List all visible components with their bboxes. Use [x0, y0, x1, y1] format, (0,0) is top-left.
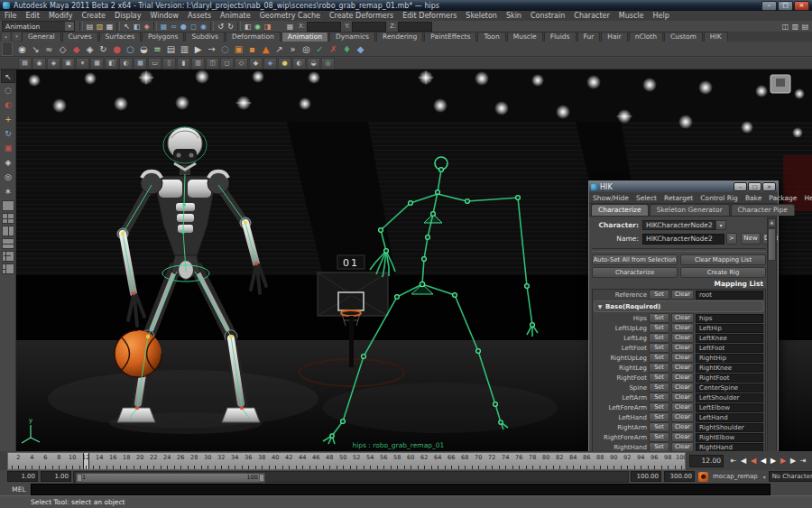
character-set-icon[interactable]: ● [698, 472, 708, 482]
resolution-gate-icon[interactable]: ▯ [162, 58, 176, 69]
select-component-icon[interactable]: ◈ [142, 22, 152, 32]
ghost-icon[interactable]: ◌ [218, 42, 232, 56]
shelf-tab-custom[interactable]: Custom [664, 32, 703, 42]
menu-set-selector[interactable]: Animation ▾ [2, 21, 75, 32]
menu-window[interactable]: Window [146, 11, 184, 21]
render-settings-icon[interactable]: ◨ [263, 22, 272, 32]
range-slider-track[interactable]: 1 100 [73, 471, 629, 483]
menu-character[interactable]: Character [569, 11, 614, 21]
create-clip-icon[interactable]: ▣ [232, 42, 245, 56]
safe-action-icon[interactable]: ◫ [206, 58, 219, 69]
hik-skeleton-icon[interactable]: ♦ [340, 42, 354, 56]
hik-control-rig-icon[interactable]: ◆ [354, 42, 367, 56]
shelf-tab-hair[interactable]: Hair [601, 32, 627, 42]
enable-ik-icon[interactable]: ✓ [313, 42, 327, 56]
name-expand-button[interactable]: > [726, 233, 737, 245]
playback-end-field[interactable]: 100.00 [631, 471, 661, 482]
set-key-icon[interactable]: ● [110, 42, 124, 56]
shelf-options-widget[interactable] [2, 42, 13, 56]
title-bar[interactable]: Autodesk Maya 2011 Beta 2 x64 - Trial Ve… [0, 0, 812, 11]
close-button[interactable]: × [794, 1, 809, 11]
show-attribute-editor-icon[interactable]: ◫ [780, 22, 790, 32]
mapping-leftarm-set-button[interactable]: Set [649, 393, 669, 402]
hik-menu-package[interactable]: Package [765, 194, 800, 202]
clear-mapping-list-button[interactable]: Clear Mapping List [680, 254, 766, 265]
shelf-tab-cycle-icon[interactable]: ▴ [2, 32, 10, 41]
mapping-leftfoot-value-field[interactable]: LeftFoot [696, 344, 763, 353]
menu-geometry-cache[interactable]: Geometry Cache [255, 11, 325, 21]
create-pose-icon[interactable]: ▪ [245, 42, 259, 56]
xray-icon[interactable]: ◒ [307, 58, 320, 69]
vscroll-thumb[interactable] [768, 228, 776, 261]
mapping-spine-value-field[interactable]: CenterSpine [696, 383, 763, 393]
ik-spline-tool-icon[interactable]: ≈ [42, 42, 56, 56]
current-time-field[interactable]: 12.00 [689, 455, 724, 467]
shelf-tab-fluids[interactable]: Fluids [544, 32, 577, 42]
mapping-rightforearm-clear-button[interactable]: Clear [671, 432, 694, 442]
command-line-mode-label[interactable]: MEL [7, 485, 31, 494]
mapping-rightupleg-clear-button[interactable]: Clear [671, 353, 694, 363]
menu-constrain[interactable]: Constrain [526, 11, 569, 21]
field-chart-icon[interactable]: ▥ [191, 58, 205, 69]
hold-current-keys-icon[interactable]: ◒ [137, 42, 151, 56]
range-end-handle[interactable] [259, 474, 264, 482]
hik-maximize-button[interactable]: □ [748, 182, 761, 191]
show-manipulator-tool[interactable]: ◎ [1, 171, 15, 184]
mapping-rightarm-clear-button[interactable]: Clear [671, 422, 694, 432]
attach-to-motion-path-icon[interactable]: ↗ [272, 42, 286, 56]
mapping-leftleg-value-field[interactable]: LeftKnee [696, 334, 763, 343]
time-ruler[interactable]: 2468101214161820222426283032343638404244… [7, 452, 686, 470]
mapping-righthand-value-field[interactable]: RightHand [696, 443, 763, 452]
menu-display[interactable]: Display [110, 11, 146, 21]
characterize-button[interactable]: Characterize [592, 267, 678, 278]
shelf-tab-polygons[interactable]: Polygons [142, 32, 184, 42]
menu-create[interactable]: Create [77, 11, 110, 21]
shelf-tab-rendering[interactable]: Rendering [376, 32, 423, 42]
hik-menu-select[interactable]: Select [632, 194, 660, 202]
menu-muscle[interactable]: Muscle [614, 11, 649, 21]
move-tool[interactable]: + [1, 113, 15, 126]
menu-animate[interactable]: Animate [216, 11, 255, 21]
shaded-mode-icon[interactable]: ◆ [249, 58, 263, 69]
animation-snapshot-icon[interactable]: ◎ [300, 42, 313, 56]
shelf-tab-curves[interactable]: Curves [62, 32, 98, 42]
dope-sheet-icon[interactable]: ▤ [164, 42, 178, 56]
shelf-tab-ncloth[interactable]: nCloth [629, 32, 663, 42]
axis-input-1[interactable] [352, 22, 386, 32]
hik-tab-characterize[interactable]: Characterize [591, 204, 649, 216]
show-channel-box-icon[interactable]: ▤ [800, 22, 810, 32]
scale-tool[interactable]: ▣ [1, 142, 15, 155]
mapping-rightforearm-set-button[interactable]: Set [649, 432, 669, 442]
menu-file[interactable]: File [0, 11, 21, 21]
render-current-frame-icon[interactable]: ◧ [243, 22, 253, 32]
single-pane-layout[interactable] [2, 200, 14, 211]
gate-mask-icon[interactable]: ▮ [177, 58, 190, 69]
mapping-hips-clear-button[interactable]: Clear [671, 313, 694, 323]
playback-start-field[interactable]: 1.00 [41, 471, 71, 482]
menu-help[interactable]: Help [648, 11, 673, 21]
joint-tool-icon[interactable]: ◉ [15, 42, 29, 56]
play-forwards-button[interactable]: ▶ [769, 455, 778, 466]
create-character-set-icon[interactable]: ▲ [259, 42, 272, 56]
shadows-icon[interactable]: ◐ [292, 58, 306, 69]
isolate-select-icon[interactable]: ◎ [321, 58, 335, 69]
2d-pan-zoom-icon[interactable]: ◧ [105, 58, 118, 69]
view-cube-icon[interactable] [770, 75, 790, 93]
shelf-tab-surfaces[interactable]: Surfaces [99, 32, 141, 42]
shelf-menu-icon[interactable]: ▾ [13, 32, 21, 41]
maximize-button[interactable]: □ [778, 1, 793, 11]
mapping-spine-set-button[interactable]: Set [649, 383, 669, 393]
mapping-spine-clear-button[interactable]: Clear [671, 383, 694, 393]
mapping-hips-value-field[interactable]: hips [696, 314, 763, 323]
menu-skeleton[interactable]: Skeleton [461, 11, 502, 21]
menu-create-deformers[interactable]: Create Deformers [325, 11, 398, 21]
menu-edit[interactable]: Edit [21, 11, 44, 21]
set-breakdown-icon[interactable]: ○ [124, 42, 137, 56]
lock-camera-icon[interactable]: ◈ [47, 58, 60, 69]
step-back-key-button[interactable]: ◀ [749, 455, 758, 466]
hik-tab-character-pipe[interactable]: Character Pipe [731, 204, 795, 216]
orient-joint-icon[interactable]: ↻ [97, 42, 110, 56]
hypershade-persp-layout[interactable] [2, 263, 14, 274]
universal-manipulator-tool[interactable]: ◈ [1, 156, 15, 170]
flow-path-object-icon[interactable]: » [286, 42, 300, 56]
